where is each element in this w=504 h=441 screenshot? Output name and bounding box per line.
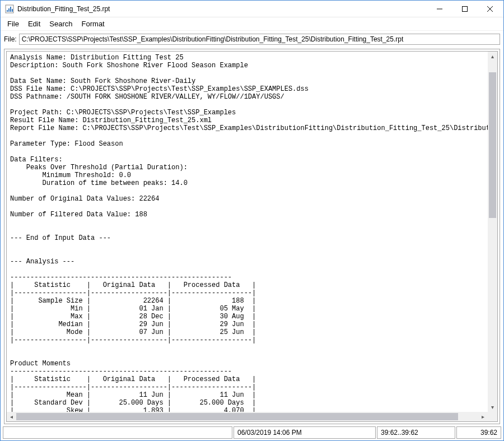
report-inner: Analysis Name: Distribution Fitting Test… bbox=[6, 51, 498, 422]
status-pos: 39:62 bbox=[456, 426, 501, 439]
report-container: Analysis Name: Distribution Fitting Test… bbox=[4, 49, 500, 424]
close-button[interactable] bbox=[477, 1, 502, 17]
status-range: 39:62..39:62 bbox=[377, 426, 455, 439]
title-bar: Distribution_Fitting_Test_25.rpt bbox=[1, 1, 503, 17]
hscroll-thumb[interactable] bbox=[16, 413, 458, 420]
minimize-button[interactable] bbox=[427, 1, 452, 17]
scroll-up-arrow-icon[interactable]: ▴ bbox=[488, 52, 497, 61]
svg-rect-1 bbox=[7, 10, 8, 12]
app-icon bbox=[5, 4, 14, 13]
horizontal-scrollbar[interactable]: ◂ ▸ bbox=[7, 412, 488, 421]
scroll-right-arrow-icon[interactable]: ▸ bbox=[478, 412, 488, 421]
menu-bar: File Edit Search Format bbox=[1, 17, 503, 31]
scroll-down-arrow-icon[interactable]: ▾ bbox=[488, 402, 497, 412]
scroll-left-arrow-icon[interactable]: ◂ bbox=[7, 412, 16, 421]
maximize-button[interactable] bbox=[452, 1, 477, 17]
svg-rect-2 bbox=[8, 8, 10, 12]
status-bar: 06/03/2019 14:06 PM 39:62..39:62 39:62 bbox=[1, 426, 503, 440]
hscroll-track[interactable] bbox=[16, 412, 478, 421]
svg-rect-4 bbox=[12, 9, 13, 12]
vertical-scrollbar[interactable]: ▴ ▾ bbox=[488, 52, 497, 412]
menu-search[interactable]: Search bbox=[45, 18, 77, 29]
vscroll-track[interactable] bbox=[488, 61, 497, 402]
menu-edit[interactable]: Edit bbox=[24, 18, 45, 29]
menu-format[interactable]: Format bbox=[77, 18, 109, 29]
menu-file[interactable]: File bbox=[3, 18, 24, 29]
status-cell-empty bbox=[3, 426, 232, 439]
file-row: File: bbox=[1, 31, 503, 48]
vscroll-thumb[interactable] bbox=[489, 72, 496, 218]
file-path-input[interactable] bbox=[19, 34, 500, 45]
report-text[interactable]: Analysis Name: Distribution Fitting Test… bbox=[7, 52, 488, 412]
svg-rect-6 bbox=[462, 6, 467, 11]
svg-rect-3 bbox=[10, 7, 11, 12]
file-label: File: bbox=[4, 35, 17, 43]
status-datetime: 06/03/2019 14:06 PM bbox=[234, 426, 376, 439]
window-title: Distribution_Fitting_Test_25.rpt bbox=[17, 5, 110, 13]
scroll-corner bbox=[488, 412, 497, 421]
